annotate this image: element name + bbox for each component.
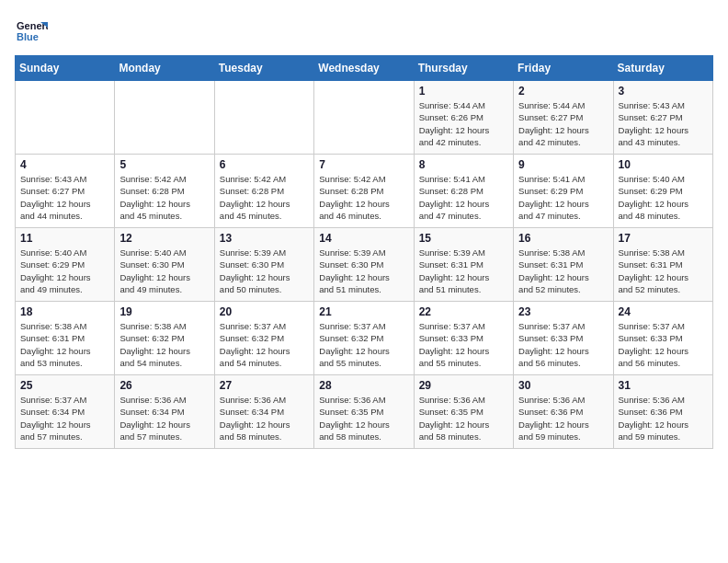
calendar-cell: 17Sunrise: 5:38 AM Sunset: 6:31 PM Dayli… [613, 228, 712, 302]
day-number: 13 [220, 232, 309, 245]
calendar-week-row: 4Sunrise: 5:43 AM Sunset: 6:27 PM Daylig… [16, 155, 713, 228]
day-info: Sunrise: 5:36 AM Sunset: 6:35 PM Dayligh… [419, 394, 508, 442]
day-number: 6 [220, 158, 309, 171]
day-number: 3 [619, 85, 708, 98]
calendar-cell [16, 81, 115, 155]
day-info: Sunrise: 5:37 AM Sunset: 6:32 PM Dayligh… [319, 320, 408, 369]
calendar-table: SundayMondayTuesdayWednesdayThursdayFrid… [15, 55, 713, 449]
day-info: Sunrise: 5:44 AM Sunset: 6:26 PM Dayligh… [419, 99, 508, 148]
day-number: 9 [518, 158, 608, 171]
calendar-cell: 6Sunrise: 5:42 AM Sunset: 6:28 PM Daylig… [214, 155, 313, 228]
svg-text:Blue: Blue [17, 31, 39, 42]
calendar-week-row: 18Sunrise: 5:38 AM Sunset: 6:31 PM Dayli… [16, 302, 713, 375]
day-info: Sunrise: 5:42 AM Sunset: 6:28 PM Dayligh… [319, 173, 408, 222]
day-number: 23 [518, 305, 608, 318]
day-info: Sunrise: 5:44 AM Sunset: 6:27 PM Dayligh… [518, 99, 608, 148]
calendar-cell: 24Sunrise: 5:37 AM Sunset: 6:33 PM Dayli… [613, 302, 712, 375]
calendar-cell: 15Sunrise: 5:39 AM Sunset: 6:31 PM Dayli… [414, 228, 513, 302]
calendar-header: General Blue [15, 15, 713, 48]
logo-icon: General Blue [15, 15, 48, 48]
calendar-cell: 4Sunrise: 5:43 AM Sunset: 6:27 PM Daylig… [16, 155, 115, 228]
day-info: Sunrise: 5:43 AM Sunset: 6:27 PM Dayligh… [619, 99, 708, 148]
day-number: 28 [319, 379, 408, 392]
weekday-header: Friday [514, 56, 613, 81]
day-number: 12 [119, 232, 209, 245]
calendar-cell: 20Sunrise: 5:37 AM Sunset: 6:32 PM Dayli… [214, 302, 313, 375]
day-info: Sunrise: 5:36 AM Sunset: 6:34 PM Dayligh… [119, 394, 209, 442]
day-number: 5 [119, 158, 209, 171]
day-info: Sunrise: 5:40 AM Sunset: 6:29 PM Dayligh… [20, 247, 109, 295]
day-number: 18 [20, 305, 109, 318]
calendar-cell: 31Sunrise: 5:36 AM Sunset: 6:36 PM Dayli… [613, 375, 712, 449]
day-number: 25 [20, 379, 109, 392]
day-info: Sunrise: 5:42 AM Sunset: 6:28 PM Dayligh… [119, 173, 209, 222]
day-number: 10 [619, 158, 708, 171]
calendar-cell: 7Sunrise: 5:42 AM Sunset: 6:28 PM Daylig… [314, 155, 414, 228]
day-number: 4 [20, 158, 109, 171]
day-number: 14 [319, 232, 408, 245]
day-info: Sunrise: 5:38 AM Sunset: 6:32 PM Dayligh… [119, 320, 209, 369]
day-number: 7 [319, 158, 408, 171]
calendar-cell: 28Sunrise: 5:36 AM Sunset: 6:35 PM Dayli… [314, 375, 414, 449]
calendar-week-row: 25Sunrise: 5:37 AM Sunset: 6:34 PM Dayli… [16, 375, 713, 449]
day-info: Sunrise: 5:37 AM Sunset: 6:33 PM Dayligh… [419, 320, 508, 369]
calendar-cell: 8Sunrise: 5:41 AM Sunset: 6:28 PM Daylig… [414, 155, 513, 228]
day-number: 26 [119, 379, 209, 392]
calendar-week-row: 11Sunrise: 5:40 AM Sunset: 6:29 PM Dayli… [16, 228, 713, 302]
day-number: 8 [419, 158, 508, 171]
calendar-cell: 23Sunrise: 5:37 AM Sunset: 6:33 PM Dayli… [514, 302, 613, 375]
day-number: 1 [419, 85, 508, 98]
calendar-cell: 19Sunrise: 5:38 AM Sunset: 6:32 PM Dayli… [115, 302, 214, 375]
day-number: 27 [220, 379, 309, 392]
calendar-cell: 12Sunrise: 5:40 AM Sunset: 6:30 PM Dayli… [115, 228, 214, 302]
day-info: Sunrise: 5:38 AM Sunset: 6:31 PM Dayligh… [20, 320, 109, 369]
day-info: Sunrise: 5:39 AM Sunset: 6:30 PM Dayligh… [220, 247, 309, 295]
day-info: Sunrise: 5:37 AM Sunset: 6:34 PM Dayligh… [20, 394, 109, 442]
weekday-header: Thursday [414, 56, 513, 81]
day-info: Sunrise: 5:37 AM Sunset: 6:33 PM Dayligh… [518, 320, 608, 369]
day-info: Sunrise: 5:40 AM Sunset: 6:29 PM Dayligh… [619, 173, 708, 222]
svg-text:General: General [17, 20, 48, 31]
day-info: Sunrise: 5:38 AM Sunset: 6:31 PM Dayligh… [619, 247, 708, 295]
day-number: 16 [518, 232, 608, 245]
day-info: Sunrise: 5:41 AM Sunset: 6:28 PM Dayligh… [419, 173, 508, 222]
day-info: Sunrise: 5:39 AM Sunset: 6:30 PM Dayligh… [319, 247, 408, 295]
day-info: Sunrise: 5:41 AM Sunset: 6:29 PM Dayligh… [518, 173, 608, 222]
day-number: 21 [319, 305, 408, 318]
day-number: 24 [619, 305, 708, 318]
day-info: Sunrise: 5:37 AM Sunset: 6:33 PM Dayligh… [619, 320, 708, 369]
day-info: Sunrise: 5:36 AM Sunset: 6:36 PM Dayligh… [518, 394, 608, 442]
day-number: 20 [220, 305, 309, 318]
weekday-header: Sunday [16, 56, 115, 81]
day-info: Sunrise: 5:36 AM Sunset: 6:35 PM Dayligh… [319, 394, 408, 442]
day-info: Sunrise: 5:36 AM Sunset: 6:34 PM Dayligh… [220, 394, 309, 442]
day-info: Sunrise: 5:42 AM Sunset: 6:28 PM Dayligh… [220, 173, 309, 222]
calendar-cell: 18Sunrise: 5:38 AM Sunset: 6:31 PM Dayli… [16, 302, 115, 375]
calendar-cell: 11Sunrise: 5:40 AM Sunset: 6:29 PM Dayli… [16, 228, 115, 302]
weekday-header: Tuesday [214, 56, 313, 81]
weekday-header: Monday [115, 56, 214, 81]
day-number: 22 [419, 305, 508, 318]
calendar-cell: 3Sunrise: 5:43 AM Sunset: 6:27 PM Daylig… [613, 81, 712, 155]
weekday-header: Wednesday [314, 56, 414, 81]
calendar-cell: 10Sunrise: 5:40 AM Sunset: 6:29 PM Dayli… [613, 155, 712, 228]
calendar-cell: 29Sunrise: 5:36 AM Sunset: 6:35 PM Dayli… [414, 375, 513, 449]
logo: General Blue [15, 15, 48, 48]
day-number: 29 [419, 379, 508, 392]
calendar-cell: 25Sunrise: 5:37 AM Sunset: 6:34 PM Dayli… [16, 375, 115, 449]
calendar-header-row: SundayMondayTuesdayWednesdayThursdayFrid… [16, 56, 713, 81]
weekday-header: Saturday [613, 56, 712, 81]
day-number: 31 [619, 379, 708, 392]
calendar-cell: 2Sunrise: 5:44 AM Sunset: 6:27 PM Daylig… [514, 81, 613, 155]
calendar-cell: 5Sunrise: 5:42 AM Sunset: 6:28 PM Daylig… [115, 155, 214, 228]
calendar-cell: 22Sunrise: 5:37 AM Sunset: 6:33 PM Dayli… [414, 302, 513, 375]
calendar-cell: 26Sunrise: 5:36 AM Sunset: 6:34 PM Dayli… [115, 375, 214, 449]
calendar-cell: 1Sunrise: 5:44 AM Sunset: 6:26 PM Daylig… [414, 81, 513, 155]
calendar-cell: 14Sunrise: 5:39 AM Sunset: 6:30 PM Dayli… [314, 228, 414, 302]
calendar-cell: 16Sunrise: 5:38 AM Sunset: 6:31 PM Dayli… [514, 228, 613, 302]
day-number: 2 [518, 85, 608, 98]
calendar-cell [214, 81, 313, 155]
day-number: 15 [419, 232, 508, 245]
calendar-cell [115, 81, 214, 155]
calendar-cell [314, 81, 414, 155]
